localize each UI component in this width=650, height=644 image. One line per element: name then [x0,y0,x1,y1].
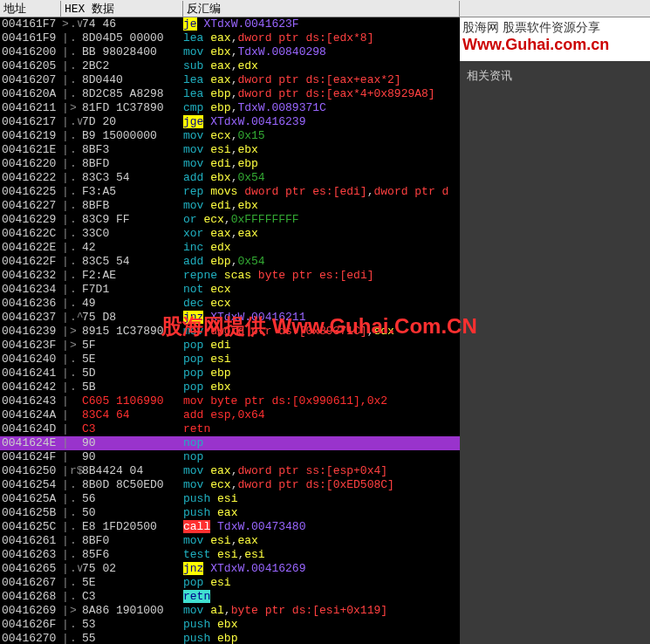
asm-row-004161F7[interactable]: 004161F7>.∨74 46je XTdxW.0041623F [0,17,460,31]
asm-row-00416229[interactable]: 00416229|.83C9 FFor ecx,0xFFFFFFFF [0,213,460,227]
asm-row-00416267[interactable]: 00416267|.5Epop esi [0,576,460,590]
asm-row-0041621E[interactable]: 0041621E|.8BF3mov esi,ebx [0,143,460,157]
asm-row-00416241[interactable]: 00416241|.5Dpop ebp [0,367,460,380]
asm-row-00416200[interactable]: 00416200|.BB 98028400mov ebx,TdxW.008402… [0,45,460,59]
disassembly-listing[interactable]: 004161F7>.∨74 46je XTdxW.0041623F004161F… [0,17,460,644]
asm-row-00416227[interactable]: 00416227|.8BFBmov edi,ebx [0,199,460,213]
addr: 00416229 [0,213,61,227]
asm-row-00416265[interactable]: 00416265|.∨75 02jnz XTdxW.00416269 [0,562,460,576]
asm-row-00416205[interactable]: 00416205|.2BC2sub eax,edx [0,59,460,73]
addr: 0041622E [0,241,61,255]
addr: 00416234 [0,283,61,297]
dot: . [70,129,82,143]
disasm: mov byte ptr ds:[0x990611],0x2 [183,394,460,408]
asm-row-0041625A[interactable]: 0041625A|.56push esi [0,492,460,506]
asm-row-00416242[interactable]: 00416242|.5Bpop ebx [0,380,460,394]
asm-row-004161F9[interactable]: 004161F9|.8D04D5 00000lea eax,dword ptr … [0,31,460,45]
hex: 75 02 [82,562,183,576]
addr: 00416227 [0,199,61,213]
addr: 00416236 [0,297,61,311]
dot: . [70,255,82,269]
pipe: | [61,129,70,143]
asm-row-00416239[interactable]: 00416239|>8915 1C37890mov dword ptr ds:[… [0,325,460,339]
sidebar-logo: 股海网 股票软件资源分享 Www.Guhai.com.cn [460,17,650,61]
dot: . [70,59,82,73]
asm-row-00416250[interactable]: 00416250|r$8B4424 04mov eax,dword ptr ss… [0,464,460,478]
pipe: | [61,143,70,157]
addr: 0041625A [0,492,61,506]
pipe: | [61,478,70,492]
pipe: | [61,283,70,297]
disasm: not ecx [183,283,460,297]
disasm: mov esi,eax [183,534,460,548]
pipe: | [61,115,70,129]
asm-row-0041620A[interactable]: 0041620A|.8D2C85 A8298lea ebp,dword ptr … [0,87,460,101]
pipe: | [61,185,70,199]
asm-row-0041624E[interactable]: 0041624E|90nop [0,436,460,450]
hex: 74 46 [82,17,183,31]
asm-row-0041624A[interactable]: 0041624A|83C4 64add esp,0x64 [0,408,460,422]
disasm: retn [183,422,460,436]
asm-row-0041626F[interactable]: 0041626F|.53push ebx [0,618,460,632]
asm-row-00416207[interactable]: 00416207|.8D0440lea eax,dword ptr ds:[ea… [0,73,460,87]
asm-row-00416222[interactable]: 00416222|.83C3 54add ebx,0x54 [0,171,460,185]
asm-row-00416234[interactable]: 00416234|.F7D1not ecx [0,283,460,297]
pipe: | [61,562,70,576]
disasm: jnz XTdxW.00416211 [183,311,460,325]
asm-row-0041622E[interactable]: 0041622E|.42inc edx [0,241,460,255]
asm-row-00416261[interactable]: 00416261|.8BF0mov esi,eax [0,534,460,548]
asm-row-00416220[interactable]: 00416220|.8BFDmov edi,ebp [0,157,460,171]
hex: 83C5 54 [82,255,183,269]
dot: . [70,632,82,644]
asm-row-00416243[interactable]: 00416243|C605 1106990mov byte ptr ds:[0x… [0,394,460,408]
dot: . [70,227,82,241]
dot: .∨ [70,17,82,31]
asm-row-00416263[interactable]: 00416263|.85F6test esi,esi [0,548,460,562]
pipe: | [61,157,70,171]
dot: . [70,506,82,520]
hex: 8BFB [82,199,183,213]
dot: . [70,367,82,380]
asm-row-00416211[interactable]: 00416211|>81FD 1C37890cmp ebp,TdxW.00893… [0,101,460,115]
addr: 00416219 [0,129,61,143]
asm-row-00416237[interactable]: 00416237|.^75 D8jnz XTdxW.00416211 [0,311,460,325]
dot: . [70,185,82,199]
addr: 0041624D [0,422,61,436]
asm-row-00416232[interactable]: 00416232|.F2:AErepne scas byte ptr es:[e… [0,269,460,283]
disasm: mov eax,dword ptr ss:[esp+0x4] [183,464,460,478]
pipe: | [61,576,70,590]
addr: 00416225 [0,185,61,199]
asm-row-00416236[interactable]: 00416236|.49dec ecx [0,297,460,311]
asm-row-0041623F[interactable]: 0041623F|>5Fpop edi [0,339,460,353]
asm-row-0041624F[interactable]: 0041624F|90nop [0,450,460,464]
asm-row-00416269[interactable]: 00416269|>8A86 1901000mov al,byte ptr ds… [0,604,460,618]
disasm: cmp ebp,TdxW.0089371C [183,101,460,115]
asm-row-0041622F[interactable]: 0041622F|.83C5 54add ebp,0x54 [0,255,460,269]
asm-row-00416268[interactable]: 00416268|.C3retn [0,590,460,604]
addr: 00416267 [0,576,61,590]
asm-row-00416219[interactable]: 00416219|.B9 15000000mov ecx,0x15 [0,129,460,143]
pipe: | [61,422,70,436]
addr: 0041625C [0,520,61,534]
asm-row-0041624D[interactable]: 0041624D|C3retn [0,422,460,436]
asm-row-00416270[interactable]: 00416270|.55push ebp [0,632,460,644]
asm-row-00416225[interactable]: 00416225|.F3:A5rep movs dword ptr es:[ed… [0,185,460,199]
dot: . [70,199,82,213]
asm-row-00416217[interactable]: 00416217|.∨7D 20jge XTdxW.00416239 [0,115,460,129]
asm-row-00416254[interactable]: 00416254|.8B0D 8C50ED0mov ecx,dword ptr … [0,478,460,492]
dot: . [70,353,82,367]
asm-row-0041625C[interactable]: 0041625C|.E8 1FD20500call TdxW.00473480 [0,520,460,534]
addr: 00416222 [0,171,61,185]
disasm: pop ebx [183,380,460,394]
asm-row-0041625B[interactable]: 0041625B|.50push eax [0,506,460,520]
asm-row-0041622C[interactable]: 0041622C|.33C0xor eax,eax [0,227,460,241]
asm-row-00416240[interactable]: 00416240|.5Epop esi [0,353,460,367]
pipe: | [61,464,70,478]
pipe: | [61,87,70,101]
hex: F7D1 [82,283,183,297]
disasm: mov dword ptr ds:[0x89371C],edx [183,325,460,339]
hex: E8 1FD20500 [82,520,183,534]
disasm: pop esi [183,576,460,590]
pipe: | [61,450,70,464]
hex: 8B4424 04 [82,464,183,478]
